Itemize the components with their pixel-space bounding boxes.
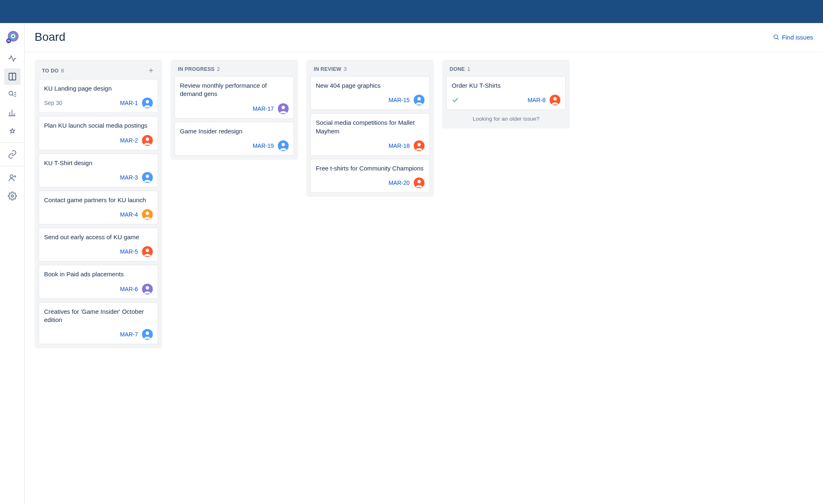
assignee-avatar[interactable]: [142, 209, 153, 220]
card-key[interactable]: MAR-15: [389, 97, 410, 103]
assignee-avatar[interactable]: [142, 246, 153, 257]
card[interactable]: KU Landing page designSep 30MAR-1: [39, 79, 158, 113]
card-meta: MAR-3: [44, 172, 153, 183]
column-count: 3: [344, 66, 347, 72]
card-title: Order KU T-Shirts: [452, 82, 560, 90]
card[interactable]: Social media competitions for Mallet May…: [310, 113, 430, 156]
page-title: Board: [35, 30, 65, 44]
svg-line-23: [777, 38, 779, 40]
nav-settings[interactable]: [4, 188, 21, 204]
assignee-avatar[interactable]: [142, 172, 153, 183]
nav-add-user[interactable]: [4, 170, 21, 186]
card[interactable]: KU T-Shirt designMAR-3: [39, 154, 158, 187]
check-icon: [452, 96, 459, 104]
card[interactable]: Order KU T-ShirtsMAR-8: [446, 76, 566, 110]
card[interactable]: Creatives for 'Game Insider' October edi…: [39, 302, 158, 345]
card-title: Creatives for 'Game Insider' October edi…: [44, 308, 153, 324]
card-key[interactable]: MAR-7: [120, 331, 138, 338]
card-meta: MAR-5: [44, 246, 153, 257]
card-key[interactable]: MAR-6: [120, 286, 138, 292]
svg-point-39: [282, 105, 285, 109]
nav-reports[interactable]: [4, 105, 21, 121]
card[interactable]: Contact game partners for KU launchMAR-4: [39, 191, 158, 224]
project-logo[interactable]: [4, 29, 21, 45]
card[interactable]: Free t-shirts for Community ChampionsMAR…: [310, 159, 430, 193]
add-card-button[interactable]: +: [147, 66, 155, 75]
card-key[interactable]: MAR-4: [120, 211, 138, 218]
column-header: IN REVIEW3: [310, 64, 430, 76]
card-title: New 404 page graphics: [316, 82, 424, 90]
card-title: Book in Paid ads placements: [44, 270, 153, 278]
card[interactable]: New 404 page graphicsMAR-15: [310, 76, 430, 110]
svg-point-22: [774, 35, 778, 39]
nav-board[interactable]: [4, 68, 21, 85]
assignee-avatar[interactable]: [414, 140, 424, 151]
sidebar: [0, 23, 25, 504]
card[interactable]: Review monthly performance of demand gen…: [175, 76, 294, 119]
card-key[interactable]: MAR-3: [120, 174, 138, 181]
card-key[interactable]: MAR-20: [389, 180, 410, 186]
column-title: TO DO: [42, 68, 58, 74]
assignee-avatar[interactable]: [414, 177, 424, 188]
card-title: Contact game partners for KU launch: [44, 196, 153, 204]
column: TO DO8+KU Landing page designSep 30MAR-1…: [35, 60, 162, 348]
card[interactable]: Send out early access of KU gameMAR-5: [39, 228, 158, 261]
nav-link[interactable]: [4, 146, 21, 163]
assignee-avatar[interactable]: [414, 95, 424, 105]
card-key[interactable]: MAR-1: [120, 100, 138, 106]
card-meta: MAR-2: [44, 135, 153, 146]
assignee-avatar[interactable]: [142, 284, 153, 294]
card-meta: MAR-8: [452, 95, 560, 105]
card-list: Review monthly performance of demand gen…: [175, 76, 294, 156]
card[interactable]: Game Insider redesignMAR-19: [175, 122, 294, 156]
card-title: Game Insider redesign: [180, 127, 289, 135]
card-title: KU T-Shirt design: [44, 159, 153, 167]
svg-point-21: [11, 195, 14, 197]
column-header: IN PROGRESS2: [175, 64, 294, 76]
svg-point-41: [282, 143, 285, 146]
sidebar-sep-1: [0, 142, 24, 143]
card-meta: MAR-7: [44, 329, 153, 340]
svg-point-37: [146, 331, 149, 335]
card-meta: MAR-15: [316, 95, 424, 105]
card-key[interactable]: MAR-8: [527, 97, 546, 103]
find-issues-link[interactable]: Find issues: [773, 34, 813, 41]
card-key[interactable]: MAR-17: [253, 105, 274, 112]
svg-point-47: [417, 180, 421, 183]
card-meta: MAR-6: [44, 284, 153, 294]
assignee-avatar[interactable]: [278, 103, 289, 114]
column-count: 1: [467, 66, 470, 72]
column: DONE1Order KU T-ShirtsMAR-8Looking for a…: [442, 60, 570, 128]
assignee-avatar[interactable]: [278, 140, 289, 151]
assignee-avatar[interactable]: [142, 98, 153, 108]
card-meta: Sep 30MAR-1: [44, 98, 153, 108]
column-footer-link[interactable]: Looking for an older issue?: [446, 110, 566, 124]
nav-activity[interactable]: [4, 50, 21, 67]
card-key[interactable]: MAR-18: [389, 142, 410, 149]
svg-point-3: [12, 35, 14, 37]
board: TO DO8+KU Landing page designSep 30MAR-1…: [25, 52, 823, 504]
card-list: KU Landing page designSep 30MAR-1Plan KU…: [39, 79, 158, 344]
assignee-avatar[interactable]: [142, 329, 153, 340]
topbar: [0, 0, 823, 23]
card-key[interactable]: MAR-19: [253, 142, 274, 149]
card-title: Review monthly performance of demand gen…: [180, 82, 289, 98]
svg-rect-6: [7, 41, 10, 41]
card-meta: MAR-18: [316, 140, 424, 151]
column-count: 8: [61, 68, 64, 74]
card[interactable]: Plan KU launch social media postingsMAR-…: [39, 116, 158, 150]
search-icon: [773, 34, 779, 40]
find-issues-label: Find issues: [782, 34, 813, 41]
svg-point-18: [10, 175, 13, 178]
assignee-avatar[interactable]: [142, 135, 153, 146]
assignee-avatar[interactable]: [550, 95, 560, 105]
card-key[interactable]: MAR-5: [120, 248, 138, 255]
column: IN PROGRESS2Review monthly performance o…: [170, 60, 298, 160]
card-key[interactable]: MAR-2: [120, 137, 138, 144]
nav-apps[interactable]: [4, 123, 21, 139]
nav-search-list[interactable]: [4, 86, 21, 103]
card-list: Order KU T-ShirtsMAR-8: [446, 76, 566, 110]
card-due-date: Sep 30: [44, 100, 62, 106]
card[interactable]: Book in Paid ads placementsMAR-6: [39, 265, 158, 299]
svg-point-45: [417, 143, 421, 146]
